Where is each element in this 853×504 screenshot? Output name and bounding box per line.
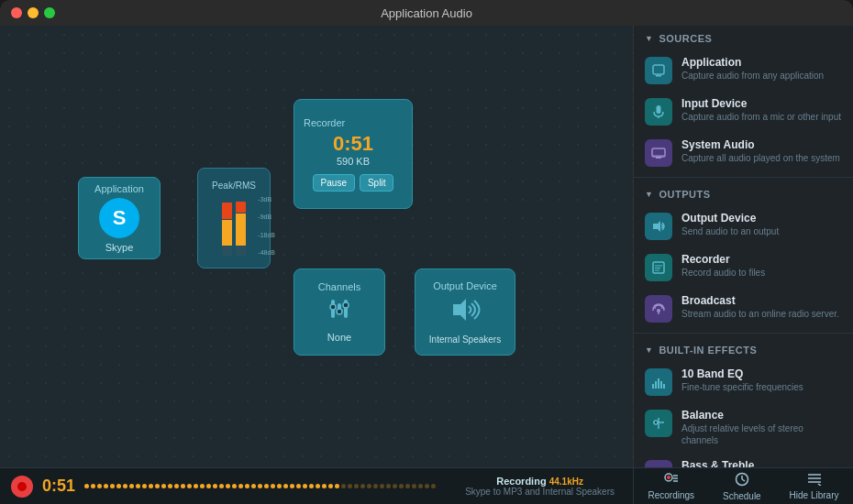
eq-name: 10 Band EQ <box>681 367 803 380</box>
svg-point-8 <box>337 309 342 314</box>
node-channels[interactable]: Channels None <box>294 268 385 356</box>
recordings-label: Recordings <box>648 490 694 500</box>
close-button[interactable] <box>11 7 22 18</box>
split-button[interactable]: Split <box>360 174 393 192</box>
svg-rect-29 <box>663 384 665 389</box>
recording-sub: Skype to MP3 and Internal Speakers <box>465 487 615 497</box>
skype-icon: S <box>99 198 139 238</box>
bottom-time: 0:51 <box>42 477 75 496</box>
sidebar-item-bass-treble[interactable]: Bass & Treble Adjust bass and treble <box>634 453 853 467</box>
system-audio-name: System Audio <box>681 138 840 151</box>
hide-library-icon <box>807 473 822 488</box>
eq-desc: Fine-tune specific frequencies <box>681 381 803 393</box>
input-device-icon <box>645 98 672 126</box>
channels-label: None <box>327 332 351 343</box>
input-device-name: Input Device <box>681 97 841 110</box>
system-audio-desc: Capture all audio played on the system <box>681 152 840 164</box>
node-output-device[interactable]: Output Device Internal Speakers <box>415 268 515 356</box>
output-device-sidebar-icon <box>645 213 672 240</box>
sidebar-item-broadcast[interactable]: Broadcast Stream audio to an online radi… <box>634 288 853 329</box>
sidebar-item-output-device[interactable]: Output Device Send audio to an output <box>634 205 853 247</box>
recordings-icon <box>664 473 679 488</box>
svg-rect-26 <box>655 381 657 389</box>
schedule-icon <box>735 472 749 489</box>
sidebar-item-input-device[interactable]: Input Device Capture audio from a mic or… <box>634 91 853 132</box>
svg-rect-17 <box>656 157 661 159</box>
record-indicator <box>17 482 27 491</box>
output-device-label: Internal Speakers <box>429 334 501 345</box>
hide-library-button[interactable]: Hide Library <box>782 469 847 504</box>
hide-library-label: Hide Library <box>790 490 839 500</box>
application-source-desc: Capture audio from any application <box>681 70 824 82</box>
input-device-desc: Capture audio from a mic or other input <box>681 111 841 123</box>
effects-chevron: ▼ <box>645 345 653 355</box>
svg-marker-18 <box>653 221 660 232</box>
recordings-button[interactable]: Recordings <box>640 469 702 504</box>
broadcast-desc: Stream audio to an online radio server. <box>681 308 839 320</box>
sidebar-item-balance[interactable]: Balance Adjust relative levels of stereo… <box>634 402 853 453</box>
sources-header[interactable]: ▼ SOURCES <box>634 26 853 49</box>
recorder-sidebar-name: Recorder <box>681 253 765 266</box>
svg-rect-13 <box>657 105 661 114</box>
svg-line-45 <box>742 479 745 481</box>
minimize-button[interactable] <box>28 7 39 18</box>
sources-chevron: ▼ <box>645 34 653 43</box>
channels-icon <box>327 296 352 328</box>
sidebar-item-system-audio[interactable]: System Audio Capture all audio played on… <box>634 132 853 173</box>
svg-rect-25 <box>652 384 654 389</box>
meter-labels: -3dB -9dB -18dB -48dB <box>258 196 275 256</box>
application-node-label: Skype <box>105 242 134 253</box>
sidebar-item-eq[interactable]: 10 Band EQ Fine-tune specific frequencie… <box>634 361 853 402</box>
svg-line-49 <box>818 484 821 486</box>
outputs-chevron: ▼ <box>645 190 653 199</box>
bass-treble-name: Bass & Treble <box>681 459 772 467</box>
balance-icon <box>645 410 672 437</box>
svg-point-32 <box>654 421 658 424</box>
outputs-header[interactable]: ▼ OUTPUTS <box>634 181 853 205</box>
node-peak-rms[interactable]: Peak/RMS -3dB -9dB -18dB -48dB <box>197 168 271 268</box>
system-audio-icon <box>645 139 672 167</box>
svg-line-1 <box>271 159 275 163</box>
recorder-time: 0:51 <box>333 132 373 156</box>
window-title: Application Audio <box>381 6 472 20</box>
effects-header[interactable]: ▼ BUILT-IN EFFECTS <box>634 337 853 361</box>
bass-treble-icon <box>645 460 672 467</box>
application-source-name: Application <box>681 56 824 69</box>
balance-desc: Adjust relative levels of stereo channel… <box>681 422 842 446</box>
divider-2 <box>634 333 853 334</box>
schedule-button[interactable]: Schedule <box>715 468 769 505</box>
output-device-title: Output Device <box>433 280 497 291</box>
progress-dots: // Generate dots inline — will be done v… <box>84 483 449 490</box>
svg-marker-10 <box>453 299 466 321</box>
balance-name: Balance <box>681 409 842 422</box>
bottom-right: Recordings Schedule Hide Li <box>633 468 853 504</box>
recorder-buttons: Pause Split <box>313 174 394 192</box>
bottom-info: Recording 44.1kHz Skype to MP3 and Inter… <box>458 476 622 497</box>
recorder-size: 590 KB <box>337 156 370 167</box>
output-device-sidebar-desc: Send audio to an output <box>681 225 779 237</box>
node-application[interactable]: Application S Skype <box>78 177 161 259</box>
main-layout: Application S Skype Peak/RMS <box>0 26 853 467</box>
record-button[interactable] <box>11 476 33 498</box>
sidebar: ▼ SOURCES Application Capture audio from… <box>633 26 853 467</box>
node-recorder[interactable]: Recorder 0:51 590 KB Pause Split <box>294 99 413 209</box>
svg-point-7 <box>330 304 336 310</box>
svg-point-23 <box>657 309 660 312</box>
peak-rms-title: Peak/RMS <box>212 181 256 191</box>
connections-svg <box>0 26 275 163</box>
svg-point-39 <box>667 476 670 479</box>
broadcast-icon <box>645 295 672 323</box>
speaker-icon <box>448 295 482 331</box>
svg-rect-27 <box>658 378 659 389</box>
output-device-sidebar-name: Output Device <box>681 212 779 225</box>
effects-section: ▼ BUILT-IN EFFECTS 10 Band EQ Fine-tune … <box>634 337 853 467</box>
maximize-button[interactable] <box>44 7 55 18</box>
outputs-section: ▼ OUTPUTS Output Device Send audio to an… <box>634 181 853 329</box>
pause-button[interactable]: Pause <box>313 174 355 192</box>
bottom-left: 0:51 // Generate dots inline — will be d… <box>0 476 633 498</box>
sidebar-item-application[interactable]: Application Capture audio from any appli… <box>634 49 853 91</box>
eq-icon <box>645 368 672 396</box>
svg-rect-12 <box>656 75 661 77</box>
divider-1 <box>634 177 853 178</box>
sidebar-item-recorder[interactable]: Recorder Record audio to files <box>634 247 853 288</box>
